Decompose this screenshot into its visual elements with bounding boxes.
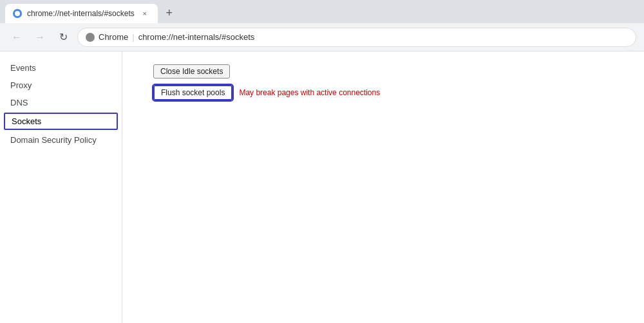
browser-tab[interactable]: chrome://net-internals/#sockets × (5, 4, 158, 23)
url-separator: | (132, 32, 134, 42)
sidebar: Events Proxy DNS Sockets Domain Security… (0, 51, 122, 323)
browser-frame: chrome://net-internals/#sockets × + ← → … (0, 0, 644, 323)
url-brand: Chrome (99, 32, 128, 42)
sidebar-item-domain-security-policy[interactable]: Domain Security Policy (0, 131, 122, 149)
list-item-flush-socket: Flush socket pools May break pages with … (153, 85, 629, 100)
tab-bar: chrome://net-internals/#sockets × + (0, 0, 644, 23)
back-button[interactable]: ← (8, 28, 26, 46)
tab-favicon-icon (13, 9, 22, 18)
forward-button[interactable]: → (31, 28, 49, 46)
sidebar-item-events[interactable]: Events (0, 59, 122, 77)
url-address: chrome://net-internals/#sockets (138, 32, 255, 42)
new-tab-button[interactable]: + (160, 4, 178, 22)
list-item-close-idle: Close Idle sockets (153, 64, 629, 78)
action-list: Close Idle sockets Flush socket pools Ma… (138, 64, 629, 100)
sidebar-item-dns[interactable]: DNS (0, 94, 122, 111)
main-content: Events Proxy DNS Sockets Domain Security… (0, 51, 644, 323)
sidebar-item-proxy[interactable]: Proxy (0, 77, 122, 94)
flush-socket-pools-button[interactable]: Flush socket pools (153, 85, 232, 100)
tab-title: chrome://net-internals/#sockets (27, 9, 135, 18)
address-bar: ← → ↻ Chrome | chrome://net-internals/#s… (0, 23, 644, 51)
sidebar-item-sockets[interactable]: Sockets (4, 113, 118, 130)
page-area: Close Idle sockets Flush socket pools Ma… (122, 51, 644, 323)
close-idle-sockets-button[interactable]: Close Idle sockets (153, 64, 230, 78)
tab-close-button[interactable]: × (140, 8, 150, 19)
url-security-icon (86, 33, 95, 42)
flush-warning-text: May break pages with active connections (239, 88, 380, 97)
url-bar[interactable]: Chrome | chrome://net-internals/#sockets (77, 28, 636, 47)
refresh-button[interactable]: ↻ (54, 28, 72, 46)
